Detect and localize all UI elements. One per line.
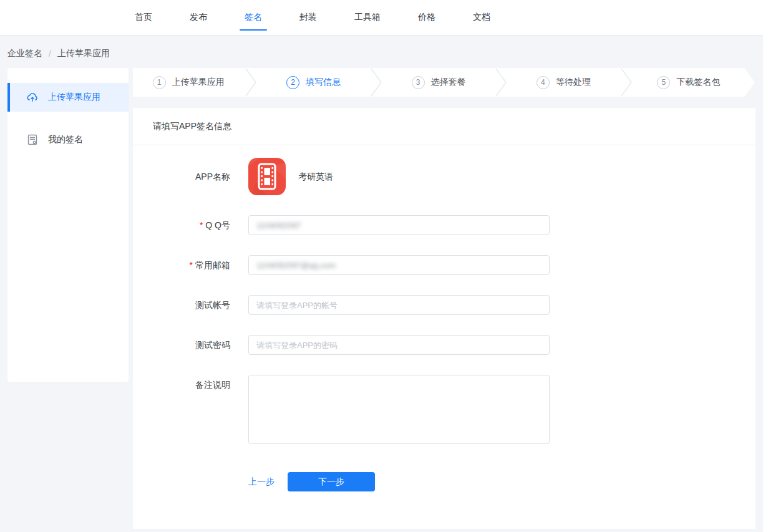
breadcrumb-upload-ios-app: 上传苹果应用: [57, 48, 110, 59]
email-redacted-value: 1104092097@qq.com: [256, 261, 336, 270]
step-label: 上传苹果应用: [172, 77, 225, 88]
remark-row: 备注说明: [153, 375, 756, 444]
required-asterisk: *: [200, 220, 203, 230]
nav-item-price[interactable]: 价格: [414, 6, 439, 29]
step-label: 下载签名包: [676, 77, 720, 88]
required-asterisk: *: [190, 260, 193, 270]
email-input[interactable]: 1104092097@qq.com: [248, 255, 550, 275]
nav-item-publish[interactable]: 发布: [186, 6, 211, 29]
sign-info-panel: 请填写APP签名信息 APP名称: [133, 108, 756, 529]
step-number-badge: 4: [537, 76, 550, 89]
wizard-step-1: 1 上传苹果应用: [133, 68, 244, 97]
wizard-step-3: 3 选择套餐: [383, 68, 494, 97]
next-step-button[interactable]: 下一步: [288, 472, 375, 491]
nav-item-package[interactable]: 封装: [296, 6, 321, 29]
email-row: *常用邮箱 1104092097@qq.com: [153, 255, 756, 275]
remark-textarea[interactable]: [248, 375, 550, 444]
step-number-badge: 3: [412, 76, 425, 89]
step-label: 填写信息: [306, 77, 341, 88]
step-number-badge: 5: [657, 76, 670, 89]
step-wizard: 1 上传苹果应用 2 填写信息 3 选择套餐 4 等待处理: [133, 68, 756, 97]
test-password-input[interactable]: [248, 335, 550, 355]
panel-title: 请填写APP签名信息: [133, 108, 756, 145]
prev-step-button[interactable]: 上一步: [248, 476, 275, 488]
sidebar-item-upload-ios-app[interactable]: 上传苹果应用: [7, 83, 129, 112]
wizard-step-5: 5 下载签名包: [633, 68, 744, 97]
sidebar-item-my-signatures[interactable]: 我的签名: [7, 125, 129, 154]
chevron-right-icon: [494, 68, 508, 97]
signature-doc-icon: [26, 133, 39, 146]
sidebar: 上传苹果应用 我的签名: [7, 68, 129, 382]
breadcrumb-enterprise-sign[interactable]: 企业签名: [7, 48, 42, 59]
test-account-input[interactable]: [248, 295, 550, 315]
main-nav: 首页 发布 签名 封装 工具箱 价格 文档: [131, 6, 494, 29]
step-number-badge: 1: [153, 76, 166, 89]
test-account-row: 测试帐号: [153, 295, 756, 315]
step-number-badge: 2: [286, 76, 299, 89]
step-label: 等待处理: [556, 77, 591, 88]
sidebar-item-label: 上传苹果应用: [48, 92, 100, 103]
test-account-label: 测试帐号: [153, 295, 230, 315]
remark-label: 备注说明: [153, 375, 230, 444]
nav-item-toolbox[interactable]: 工具箱: [351, 6, 384, 29]
test-password-label: 测试密码: [153, 335, 230, 355]
nav-item-sign[interactable]: 签名: [241, 6, 266, 29]
cloud-upload-icon: [26, 91, 39, 104]
qq-input[interactable]: 1104092097: [248, 215, 550, 235]
app-name-value: 考研英语: [298, 158, 333, 195]
qq-label: Q Q号: [205, 220, 230, 230]
film-app-icon: [248, 158, 286, 195]
chevron-right-icon: [369, 68, 383, 97]
breadcrumb: 企业签名 / 上传苹果应用: [0, 36, 763, 68]
chevron-right-icon: [244, 68, 258, 97]
step-label: 选择套餐: [431, 77, 466, 88]
nav-item-home[interactable]: 首页: [131, 6, 156, 29]
app-name-label: APP名称: [153, 158, 230, 195]
breadcrumb-separator: /: [49, 49, 51, 59]
chevron-right-icon: [620, 68, 633, 97]
qq-redacted-value: 1104092097: [256, 221, 301, 230]
test-password-row: 测试密码: [153, 335, 756, 355]
app-name-row: APP名称: [153, 158, 756, 195]
wizard-step-2-current: 2 填写信息: [258, 68, 369, 97]
top-header: 首页 发布 签名 封装 工具箱 价格 文档: [0, 0, 763, 36]
wizard-end-arrow: [744, 68, 756, 97]
wizard-step-4: 4 等待处理: [508, 68, 619, 97]
email-label: 常用邮箱: [195, 260, 230, 270]
nav-item-docs[interactable]: 文档: [469, 6, 494, 29]
form-actions: 上一步 下一步: [248, 472, 756, 491]
sidebar-item-label: 我的签名: [48, 134, 83, 145]
qq-row: *Q Q号 1104092097: [153, 215, 756, 235]
